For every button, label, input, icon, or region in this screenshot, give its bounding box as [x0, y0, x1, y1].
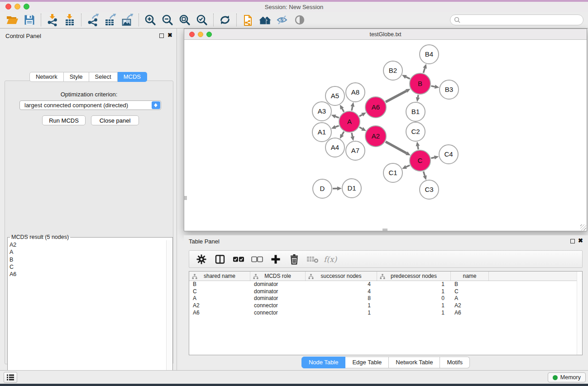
- zoom-in-icon[interactable]: [142, 13, 159, 27]
- refresh-icon[interactable]: [216, 13, 234, 27]
- mcds-result-item[interactable]: A: [8, 248, 166, 256]
- resize-grip-icon[interactable]: [580, 224, 586, 230]
- vertical-scroll-thumb[interactable]: [184, 196, 187, 200]
- settings-gear-icon[interactable]: [193, 252, 210, 267]
- tab-network[interactable]: Network: [29, 72, 64, 82]
- graph-edge-C-C4[interactable]: [431, 157, 434, 158]
- memory-button[interactable]: Memory: [548, 372, 586, 382]
- mcds-result-item[interactable]: A2: [8, 241, 166, 248]
- column-header-mcds-role[interactable]: MCDS role: [250, 272, 306, 281]
- network-canvas[interactable]: B4B2BB3A8A5A6A3B1AA1C2A2A4A7C4CC1C3DD1: [184, 40, 587, 231]
- graph-edge-C-C2[interactable]: [418, 146, 418, 150]
- graph-node-B4[interactable]: B4: [420, 45, 439, 64]
- graph-node-C[interactable]: C: [410, 150, 430, 171]
- export-image-icon[interactable]: [119, 13, 136, 27]
- graph-node-A5[interactable]: A5: [325, 86, 344, 105]
- graph-node-A[interactable]: A: [339, 111, 360, 132]
- show-panels-button[interactable]: [4, 372, 17, 383]
- graph-node-A4[interactable]: A4: [325, 138, 344, 157]
- graph-edge-B-B3[interactable]: [431, 86, 435, 87]
- table-row[interactable]: A6connector11A6: [189, 310, 582, 317]
- graph-edge-B-B4[interactable]: [423, 68, 425, 73]
- graph-edge-C-C1[interactable]: [406, 165, 410, 167]
- graph-edge-A-A2[interactable]: [359, 127, 362, 129]
- import-network-icon[interactable]: [44, 13, 61, 27]
- run-mcds-button[interactable]: Run MCDS: [42, 115, 86, 125]
- table-row[interactable]: A2connector11A2: [189, 302, 582, 310]
- open-session-icon[interactable]: [4, 13, 21, 27]
- table-row[interactable]: Adominator80A: [189, 295, 582, 302]
- mcds-result-item[interactable]: B: [8, 256, 166, 263]
- tab-select[interactable]: Select: [89, 72, 118, 82]
- zoom-fit-icon[interactable]: [176, 13, 193, 27]
- add-row-icon[interactable]: [267, 252, 284, 267]
- hide-details-icon[interactable]: [274, 13, 291, 27]
- mcds-result-item[interactable]: A6: [8, 271, 166, 278]
- graph-node-B[interactable]: B: [410, 73, 430, 94]
- graph-node-A3[interactable]: A3: [312, 102, 331, 121]
- table-scrollbar[interactable]: [577, 272, 582, 355]
- float-panel-icon[interactable]: [159, 33, 164, 38]
- close-table-panel-icon[interactable]: ✖: [578, 237, 583, 244]
- graph-node-A7[interactable]: A7: [346, 141, 365, 160]
- table-row[interactable]: Cdominator41C: [189, 288, 582, 295]
- graph-edge-A-A6[interactable]: [359, 114, 362, 116]
- graph-node-B1[interactable]: B1: [406, 102, 425, 121]
- select-all-icon[interactable]: [230, 252, 247, 267]
- tab-mcds[interactable]: MCDS: [118, 72, 147, 82]
- tab-motifs[interactable]: Motifs: [440, 357, 470, 368]
- graph-node-B3[interactable]: B3: [440, 80, 459, 99]
- graph-node-D[interactable]: D: [313, 179, 332, 198]
- deselect-all-icon[interactable]: [249, 252, 265, 267]
- column-header-successor-nodes[interactable]: successor nodes: [306, 272, 377, 281]
- criterion-dropdown[interactable]: largest connected component (directed): [19, 100, 161, 110]
- graph-node-C3[interactable]: C3: [420, 180, 439, 199]
- graph-edge-A2-C[interactable]: [386, 142, 406, 153]
- graph-edge-A-A3[interactable]: [335, 116, 339, 118]
- close-panel-icon[interactable]: ✖: [167, 32, 172, 38]
- delete-row-icon[interactable]: [286, 252, 302, 267]
- graph-node-A8[interactable]: A8: [346, 83, 365, 102]
- graph-node-D1[interactable]: D1: [342, 179, 361, 198]
- graph-edge-A-A1[interactable]: [335, 126, 339, 127]
- column-header-name[interactable]: name: [451, 272, 489, 281]
- graph-node-C2[interactable]: C2: [406, 122, 425, 141]
- search-field[interactable]: [450, 14, 583, 25]
- close-panel-button[interactable]: Close panel: [91, 115, 139, 125]
- graph-edge-A-A7[interactable]: [352, 133, 353, 136]
- float-table-panel-icon[interactable]: [570, 239, 575, 243]
- import-table-icon[interactable]: [61, 13, 78, 27]
- result-scrollbar[interactable]: [166, 240, 172, 386]
- search-input[interactable]: [463, 16, 583, 24]
- graph-node-A2[interactable]: A2: [365, 126, 386, 147]
- graph-node-A6[interactable]: A6: [365, 97, 386, 118]
- toggle-view-icon[interactable]: [291, 13, 308, 27]
- save-session-icon[interactable]: [21, 13, 38, 27]
- graph-node-A1[interactable]: A1: [312, 123, 331, 142]
- column-header-predecessor-nodes[interactable]: predecessor nodes: [377, 272, 451, 281]
- export-network-icon[interactable]: [84, 13, 101, 27]
- graph-node-C4[interactable]: C4: [439, 145, 458, 164]
- graph-edge-B-B1[interactable]: [418, 95, 418, 98]
- zoom-out-icon[interactable]: [159, 13, 176, 27]
- show-column-icon[interactable]: [211, 252, 228, 267]
- column-header-shared-name[interactable]: shared name: [189, 272, 250, 281]
- graph-edge-A-A4[interactable]: [342, 132, 344, 135]
- network-window-title-bar[interactable]: testGlobe.txt: [184, 29, 587, 40]
- home-icon[interactable]: [257, 13, 274, 27]
- clone-network-icon[interactable]: [239, 13, 257, 27]
- mcds-result-item[interactable]: C: [8, 263, 166, 271]
- zoom-selected-icon[interactable]: [193, 13, 210, 27]
- graph-edge-C-C3[interactable]: [423, 172, 425, 176]
- tab-node-table[interactable]: Node Table: [301, 357, 346, 368]
- tab-edge-table[interactable]: Edge Table: [345, 357, 389, 368]
- table-row[interactable]: Bdominator41B: [189, 281, 582, 288]
- graph-node-C1[interactable]: C1: [383, 163, 402, 182]
- export-table-icon[interactable]: [101, 13, 119, 27]
- graph-edge-B-B2[interactable]: [406, 77, 410, 79]
- graph-edge-A-A8[interactable]: [352, 106, 353, 110]
- graph-edge-A6-B[interactable]: [386, 91, 406, 102]
- tab-network-table[interactable]: Network Table: [389, 357, 440, 368]
- graph-edge-A-A5[interactable]: [342, 109, 344, 112]
- tab-style[interactable]: Style: [64, 72, 89, 82]
